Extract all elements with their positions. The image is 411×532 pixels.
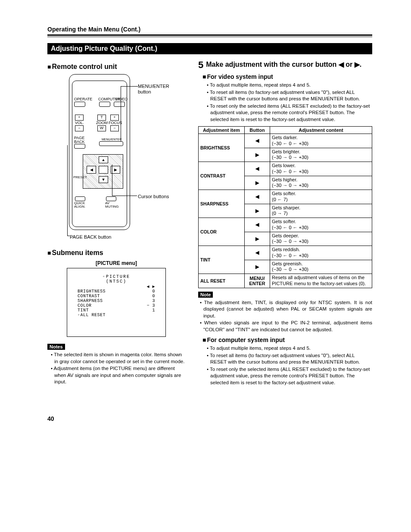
ps-row: CONTRAST0 [75, 294, 158, 299]
cursor-pad: ▲ ◀ ▶ ▼ [83, 154, 123, 189]
table-row: COLOR◀Gets softer. (−30 ← 0 ← +30) [199, 218, 372, 232]
cell-button: ◀ [245, 162, 270, 176]
cell-button: ◀ [245, 218, 270, 232]
table-row: CONTRAST◀Gets lower. (−30 ← 0 ← +30) [199, 162, 372, 176]
cell-item: COLOR [199, 218, 245, 246]
zoom-w[interactable]: W [97, 125, 106, 131]
note-item: The adjustment item, TINT, is displayed … [200, 299, 372, 320]
label-video: VIDEO [115, 97, 128, 101]
operate-button[interactable] [74, 102, 85, 107]
notes-list: The selected item is shown in magenta co… [51, 352, 185, 386]
adjustment-table: Adjustment item Button Adjustment conten… [198, 126, 372, 288]
cell-content: Gets softer. (−30 ← 0 ← +30) [270, 218, 372, 232]
cursor-down[interactable]: ▼ [99, 176, 108, 183]
callout-line [108, 141, 121, 142]
cell-item: CONTRAST [199, 162, 245, 190]
step-heading: 5 Make adjustment with the cursor button… [198, 60, 372, 70]
zoom-t[interactable]: T [97, 115, 106, 121]
ps-title: ▫PICTURE [75, 274, 158, 279]
ps-row: COLOR− 3 [75, 303, 158, 308]
cell-item: TINT [199, 246, 245, 274]
cell-item: SHARPNESS [199, 190, 245, 218]
cell-content: Gets softer. (0 ← 7) [270, 190, 372, 204]
note-item: Adjustment items (on the PICTURE menu) a… [51, 365, 185, 386]
callout-line [112, 196, 137, 196]
ps-arrows: ◀ ▶ [75, 284, 158, 289]
cell-button: ◀ [245, 134, 270, 148]
table-row: ALL RESETMENU/ ENTERResets all adjustmen… [199, 274, 372, 288]
quick-align-button[interactable] [75, 196, 85, 201]
note-badge: Note [198, 292, 213, 298]
menu-enter-button[interactable] [99, 141, 123, 146]
label-vol: VOL. [75, 121, 84, 125]
cell-button: ▶ [245, 148, 270, 162]
cell-button: ▶ [245, 232, 270, 246]
title-rule [47, 34, 372, 37]
table-header-row: Adjustment item Button Adjustment conten… [199, 127, 372, 134]
callout-menu-enter: MENU/ENTER button [138, 84, 172, 95]
cell-button: MENU/ ENTER [245, 274, 270, 288]
av-muting-button[interactable] [106, 196, 116, 201]
cursor-up[interactable]: ▲ [99, 156, 108, 163]
cell-content: Gets greenish. (−30 → 0 → +30) [270, 260, 372, 274]
label-menu-enter: MENU/ENTER [102, 138, 121, 141]
vol-plus[interactable]: + [75, 115, 84, 121]
ps-subtitle: (NTSC) [75, 279, 158, 284]
columns: Remote control unit OPERATE COMPUTER VID… [47, 60, 372, 389]
label-quick-align: QUICK ALIGN. [74, 202, 86, 208]
remote-inner: OPERATE COMPUTER VIDEO + VOL. − T ZOOM W… [72, 81, 127, 227]
label-focus: FOCUS [109, 121, 122, 125]
ps-all-reset: ▫ALL RESET [75, 313, 158, 317]
callout-line [121, 86, 138, 87]
right-column: 5 Make adjustment with the cursor button… [198, 60, 372, 389]
cell-item: ALL RESET [199, 274, 245, 288]
computer-button[interactable] [99, 102, 110, 107]
bullet-item: To reset all items (to factory-set adjus… [207, 352, 372, 366]
cell-item: BRIGHTNESS [199, 134, 245, 162]
ps-row: BRIGHTNESS0 [75, 289, 158, 294]
label-page-back: PAGE BACK [74, 136, 85, 144]
video-button[interactable] [114, 102, 125, 107]
step-number: 5 [198, 60, 203, 70]
section-bar: Adjusting Picture Quality (Cont.) [47, 43, 372, 54]
computer-bullets: To adjust multiple items, repeat steps 4… [207, 345, 372, 386]
table-row: BRIGHTNESS◀Gets darker. (−30 ← 0 ← +30) [199, 134, 372, 148]
note-item: The selected item is shown in magenta co… [51, 352, 185, 365]
cell-button: ▶ [245, 204, 270, 218]
label-zoom: ZOOM [96, 121, 108, 125]
cursor-left[interactable]: ◀ [87, 166, 96, 174]
section-bar-text: Adjusting Picture Quality (Cont.) [51, 45, 157, 52]
cell-button: ◀ [245, 190, 270, 204]
bullet-item: To reset all items (to factory-set adjus… [207, 89, 372, 103]
for-computer-heading: For computer system input [202, 336, 372, 343]
ps-row: SHARPNESS3 [75, 299, 158, 303]
label-preset: PRESET [73, 176, 87, 179]
page-back-button[interactable] [74, 144, 85, 149]
page-number: 40 [47, 415, 372, 422]
submenu-heading: Submenu items [47, 249, 185, 257]
th-item: Adjustment item [199, 127, 245, 134]
cell-content: Gets brighter. (−30 → 0 → +30) [270, 148, 372, 162]
vol-minus[interactable]: − [75, 125, 84, 131]
note-item: When video signals are input to the PC I… [200, 320, 372, 333]
remote-heading: Remote control unit [47, 63, 185, 71]
callout-line [67, 236, 70, 236]
picture-menu-label: [PICTURE menu] [47, 260, 185, 266]
table-row: SHARPNESS◀Gets softer. (0 ← 7) [199, 190, 372, 204]
label-av-muting: AV MUTING [105, 202, 118, 208]
notes-badge: Notes [47, 344, 65, 350]
label-operate: OPERATE [74, 97, 92, 101]
focus-plus[interactable]: + [110, 115, 119, 121]
focus-minus[interactable]: − [110, 125, 119, 131]
cell-content: Resets all adjustment values of items on… [270, 274, 372, 288]
step-text: Make adjustment with the cursor button ◀… [206, 60, 372, 69]
callout-line [67, 145, 68, 236]
callout-line [121, 86, 121, 141]
th-button: Button [245, 127, 270, 134]
cell-content: Gets higher. (−30 → 0 → +30) [270, 176, 372, 190]
table-row: TINT◀Gets reddish. (−30 ← 0 ← +30) [199, 246, 372, 260]
for-video-heading: For video system input [202, 73, 372, 80]
callout-line [112, 165, 112, 196]
callout-page-back: PAGE BACK button [70, 234, 111, 240]
cursor-center[interactable] [99, 166, 108, 174]
